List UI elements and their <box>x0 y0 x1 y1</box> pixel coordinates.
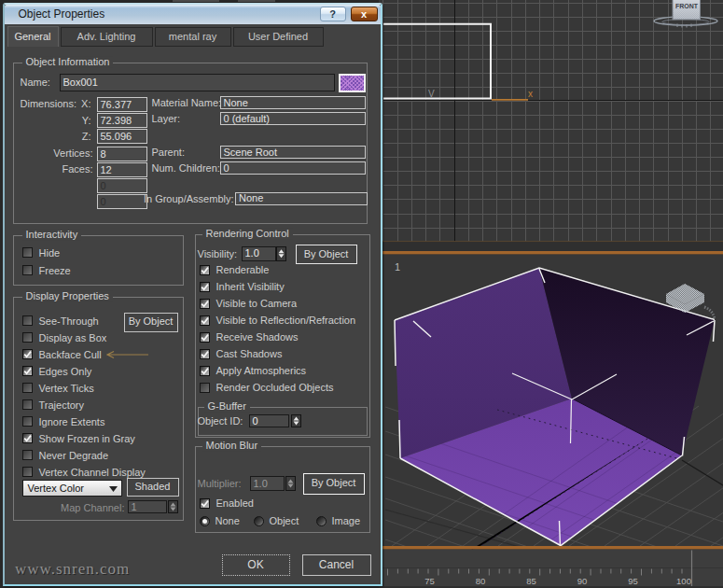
svg-text:1: 1 <box>395 261 400 273</box>
svg-text:100: 100 <box>676 576 691 586</box>
svg-text:75: 75 <box>424 576 435 586</box>
svg-text:90: 90 <box>577 576 588 586</box>
svg-text:80: 80 <box>476 576 486 586</box>
svg-text:FRONT: FRONT <box>675 3 699 9</box>
svg-text:V: V <box>428 89 435 99</box>
svg-text:85: 85 <box>526 576 536 586</box>
svg-text:95: 95 <box>628 576 638 586</box>
svg-text:x: x <box>528 89 533 99</box>
